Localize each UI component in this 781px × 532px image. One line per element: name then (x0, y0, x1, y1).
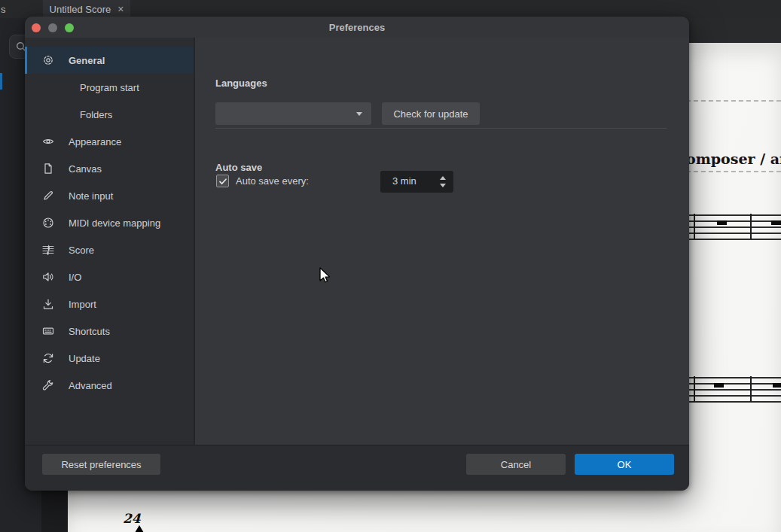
mouse-cursor (319, 267, 334, 285)
checkmark-icon (218, 177, 227, 186)
ok-button[interactable]: OK (575, 454, 674, 475)
autosave-interval-value: 3 min (392, 175, 416, 187)
autosave-heading: Auto save (215, 162, 262, 173)
dialog-footer: Reset preferences Cancel OK (25, 445, 689, 491)
sidebar-item-advanced[interactable]: Advanced (25, 372, 194, 399)
palette-accent-bar (0, 73, 2, 90)
languages-heading: Languages (215, 78, 267, 89)
barline (694, 376, 695, 402)
tab-title: Untitled Score (50, 4, 111, 15)
file-icon (42, 163, 54, 175)
preferences-sidebar: General Program start Folders Appearance… (25, 38, 194, 445)
sidebar-item-note-input[interactable]: Note input (25, 182, 194, 209)
autosave-interval-spinner[interactable]: 3 min (380, 171, 453, 193)
tab-close-icon[interactable]: × (117, 3, 124, 15)
sidebar-item-import[interactable]: Import (25, 290, 194, 318)
midi-icon (42, 217, 54, 229)
sidebar-item-io[interactable]: I/O (25, 263, 194, 290)
keyboard-icon (42, 325, 54, 337)
gear-icon (42, 54, 54, 66)
chevron-down-icon (356, 112, 362, 116)
dialog-title-bar[interactable]: Preferences (25, 17, 689, 38)
sidebar-item-canvas[interactable]: Canvas (25, 155, 194, 182)
refresh-icon (42, 352, 54, 364)
sidebar-item-folders[interactable]: Folders (25, 101, 194, 128)
selected-accent-bar (25, 47, 27, 74)
clipped-toolbar-text: s (1, 4, 6, 15)
whole-rest[interactable] (717, 220, 727, 225)
sidebar-item-shortcuts[interactable]: Shortcuts (25, 318, 194, 345)
whole-rest[interactable] (771, 220, 781, 225)
check-for-update-button[interactable]: Check for update (382, 102, 480, 125)
whole-rest[interactable] (773, 383, 781, 388)
spinner-down-icon[interactable] (440, 184, 446, 187)
barline (750, 376, 752, 402)
sidebar-item-general[interactable]: General (25, 47, 194, 74)
composer-placeholder-text[interactable]: omposer / arran (686, 150, 781, 167)
sidebar-item-program-start[interactable]: Program start (25, 74, 194, 101)
autosave-label: Auto save every: (236, 175, 309, 187)
section-divider (215, 128, 667, 129)
barline (750, 214, 752, 239)
spinner-up-icon[interactable] (440, 176, 446, 180)
reset-preferences-button[interactable]: Reset preferences (42, 454, 160, 475)
sidebar-item-update[interactable]: Update (25, 345, 194, 372)
speaker-icon (42, 271, 54, 283)
sidebar-item-score[interactable]: Score (25, 236, 194, 263)
language-dropdown[interactable] (215, 102, 371, 125)
pencil-icon (42, 190, 54, 202)
dialog-title: Preferences (25, 17, 689, 38)
sidebar-item-midi-device-mapping[interactable]: MIDI device mapping (25, 209, 194, 236)
tab-untitled-score[interactable]: Untitled Score × (43, 0, 130, 18)
whole-rest[interactable] (714, 383, 724, 388)
note-tip-shape (135, 525, 144, 532)
cancel-button[interactable]: Cancel (466, 454, 566, 475)
wrench-icon (42, 379, 54, 391)
sidebar-item-appearance[interactable]: Appearance (25, 128, 194, 155)
clef-icon (42, 244, 54, 256)
autosave-checkbox[interactable] (216, 175, 229, 187)
eye-icon (42, 135, 54, 147)
download-icon (42, 298, 54, 310)
barline (694, 214, 695, 239)
tab-bar: s Untitled Score × (0, 0, 781, 18)
preferences-dialog: Preferences General Program start Folder… (25, 17, 689, 491)
measure-number: 24 (123, 511, 141, 526)
preferences-main-panel: Languages Check for update Auto save Aut… (195, 38, 689, 445)
